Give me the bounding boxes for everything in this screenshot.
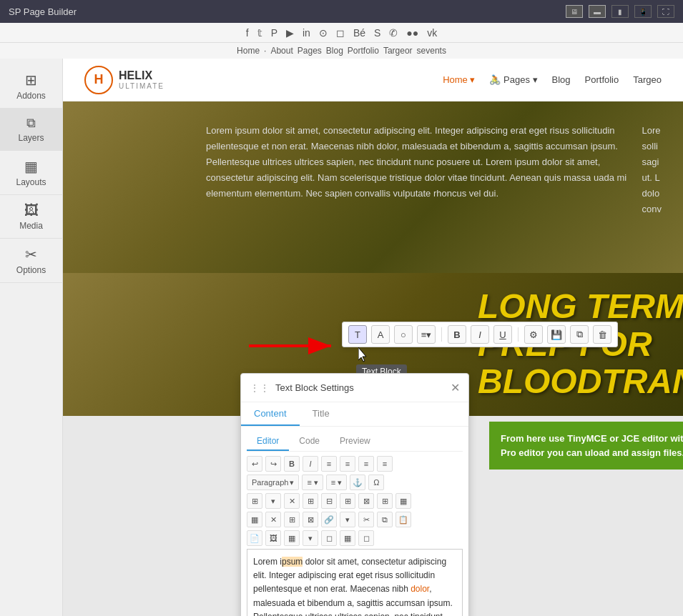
preview-btn[interactable]: ◻ <box>358 530 374 546</box>
tablet-portrait-icon[interactable]: ▮ <box>611 5 629 18</box>
editor-tab-editor[interactable]: Editor <box>247 432 289 451</box>
media-btn[interactable]: ▦ <box>284 530 300 546</box>
site-header: H HELIX ULTIMATE Home ▾ 🚴 Pages ▾ Blog P… <box>63 59 683 101</box>
twitter-icon[interactable]: 𝕥 <box>257 27 262 39</box>
editor-content[interactable]: Lorem ipsum dolor sit amet, consectetur … <box>247 549 463 616</box>
del-row-btn[interactable]: ⊟ <box>321 493 337 509</box>
align-right-btn[interactable]: ≡ <box>358 456 374 472</box>
copy-btn[interactable]: ⧉ <box>377 512 393 527</box>
panel-tab-content[interactable]: Content <box>241 402 300 426</box>
editor-text: Lorem ipsum dolor sit amet, consectetur … <box>253 557 453 616</box>
del-table-btn[interactable]: ✕ <box>265 512 281 527</box>
mobile-icon[interactable]: 📱 <box>634 5 652 18</box>
nav-link-blog[interactable]: Blog <box>552 74 571 85</box>
fullscreen-icon[interactable]: ⛶ <box>657 5 674 18</box>
dribbble-icon[interactable]: ⊙ <box>319 27 328 39</box>
add-col-btn[interactable]: ⊞ <box>303 493 318 509</box>
panel-close-button[interactable]: ✕ <box>451 381 460 394</box>
flickr-icon[interactable]: ●● <box>406 27 418 39</box>
nav-sevents[interactable]: sevents <box>417 46 446 56</box>
nav-home[interactable]: Home <box>237 46 260 56</box>
toolbar-duplicate-btn[interactable]: ⧉ <box>570 325 589 344</box>
anchor-btn[interactable]: ⚓ <box>350 475 365 490</box>
ordered-list-btn[interactable]: ≡ ▾ <box>302 475 323 490</box>
nav-pages[interactable]: Pages <box>298 46 322 56</box>
split-all-btn[interactable]: ⊠ <box>303 512 318 527</box>
panel-tab-title[interactable]: Title <box>300 402 343 426</box>
nav-link-home[interactable]: Home ▾ <box>443 74 475 85</box>
sidebar-item-addons[interactable]: ⊞ Addons <box>0 64 63 109</box>
addons-icon: ⊞ <box>25 71 37 89</box>
nav-targeor[interactable]: Targeor <box>383 46 413 56</box>
toolbar-save-btn[interactable]: 💾 <box>547 325 566 344</box>
device-icons: 🖥 ▬ ▮ 📱 ⛶ <box>566 5 674 18</box>
desktop-icon[interactable]: 🖥 <box>566 5 583 18</box>
tablet-landscape-icon[interactable]: ▬ <box>589 5 606 18</box>
toolbar-italic-btn[interactable]: I <box>471 325 489 344</box>
table-btn[interactable]: ⊞ <box>247 493 262 509</box>
align-center-btn[interactable]: ≡ <box>340 456 355 472</box>
template-btn[interactable]: ▦ <box>340 530 355 546</box>
toolbar-settings-btn[interactable]: ⚙ <box>524 325 543 344</box>
instagram-icon[interactable]: ◻ <box>336 27 345 39</box>
media-dropdown-btn[interactable]: ▾ <box>303 530 318 546</box>
bold-btn[interactable]: B <box>284 456 300 472</box>
toolbar-delete-btn[interactable]: 🗑 <box>593 325 611 344</box>
merge-cells-btn[interactable]: ⊠ <box>358 493 374 509</box>
paste-btn[interactable]: 📋 <box>395 512 411 527</box>
redo-btn[interactable]: ↪ <box>265 456 281 472</box>
editor-tab-preview[interactable]: Preview <box>330 432 380 451</box>
undo-btn[interactable]: ↩ <box>247 456 262 472</box>
split-cell-btn[interactable]: ⊞ <box>377 493 393 509</box>
sidebar-addons-label: Addons <box>16 91 46 101</box>
editor-tab-code[interactable]: Code <box>289 432 330 451</box>
vk-icon[interactable]: vk <box>427 27 437 39</box>
sidebar-item-layouts[interactable]: ▦ Layouts <box>0 151 63 195</box>
media-icon: 🖼 <box>24 202 39 219</box>
nav-about[interactable]: About <box>270 46 293 56</box>
special-char-btn[interactable]: Ω <box>368 475 384 490</box>
sidebar-item-options[interactable]: ✂ Options <box>0 239 63 283</box>
italic-btn[interactable]: I <box>303 456 318 472</box>
linkedin-icon[interactable]: in <box>303 27 310 39</box>
toolbar-underline-btn[interactable]: U <box>493 325 512 344</box>
sidebar: ⊞ Addons ⧉ Layers ▦ Layouts 🖼 Media ✂ Op… <box>0 59 63 616</box>
bottom-line3: BLOODTRAN <box>478 363 683 401</box>
del-col-btn[interactable]: ✕ <box>284 493 300 509</box>
sidebar-item-media[interactable]: 🖼 Media <box>0 195 63 239</box>
toolbar-align-btn[interactable]: ≡▾ <box>417 325 436 344</box>
toolbar-circle-btn[interactable]: ○ <box>394 325 413 344</box>
add-row-btn[interactable]: ⊞ <box>340 493 355 509</box>
merge-all-btn[interactable]: ⊞ <box>284 512 300 527</box>
unordered-list-btn[interactable]: ≡ ▾ <box>326 475 347 490</box>
toolbar-a-btn[interactable]: A <box>371 325 390 344</box>
editor-toolbar: T A ○ ≡▾ B I U ⚙ 💾 ⧉ 🗑 <box>342 322 618 347</box>
embed-btn[interactable]: ◻ <box>321 530 337 546</box>
link-dropdown-btn[interactable]: ▾ <box>340 512 355 527</box>
youtube-icon[interactable]: ▶ <box>286 27 294 39</box>
cut-btn[interactable]: ✂ <box>358 512 374 527</box>
nav-link-pages[interactable]: 🚴 Pages ▾ <box>489 74 537 85</box>
whatsapp-icon[interactable]: ✆ <box>389 27 398 39</box>
skype-icon[interactable]: S <box>374 27 380 39</box>
align-left-btn[interactable]: ≡ <box>321 456 337 472</box>
nav-link-targeo[interactable]: Targeo <box>633 74 662 85</box>
nav-blog[interactable]: Blog <box>326 46 343 56</box>
file-btn[interactable]: 📄 <box>247 530 262 546</box>
toolbar-bold-btn[interactable]: B <box>448 325 466 344</box>
table-dropdown-btn[interactable]: ▾ <box>265 493 281 509</box>
align-justify-btn[interactable]: ≡ <box>377 456 393 472</box>
pinterest-icon[interactable]: P <box>271 27 277 39</box>
nav-portfolio[interactable]: Portfolio <box>348 46 379 56</box>
link-btn[interactable]: 🔗 <box>321 512 337 527</box>
behance-icon[interactable]: Bé <box>353 27 365 39</box>
layouts-icon: ▦ <box>24 158 38 175</box>
toolbar-text-btn[interactable]: T <box>348 325 367 344</box>
sidebar-item-layers[interactable]: ⧉ Layers <box>0 109 63 151</box>
row-props-btn[interactable]: ▦ <box>247 512 262 527</box>
nav-link-portfolio[interactable]: Portfolio <box>585 74 619 85</box>
paragraph-select[interactable]: Paragraph ▾ <box>247 475 299 490</box>
image-btn[interactable]: 🖼 <box>265 530 281 546</box>
table-props-btn[interactable]: ▦ <box>395 493 411 509</box>
facebook-icon[interactable]: f <box>246 27 249 39</box>
